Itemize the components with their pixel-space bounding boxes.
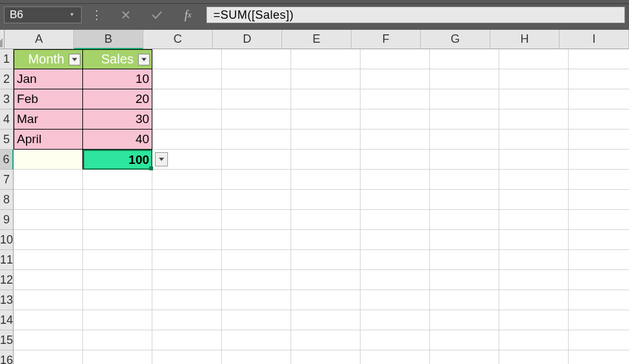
cell-H16[interactable] <box>499 350 569 364</box>
cell-D16[interactable] <box>222 350 291 364</box>
cell-G9[interactable] <box>430 210 499 230</box>
cell-E9[interactable] <box>291 210 361 230</box>
cell-F15[interactable] <box>361 330 430 350</box>
cell-H12[interactable] <box>499 270 569 290</box>
cell-C14[interactable] <box>152 310 222 330</box>
cell-G2[interactable] <box>430 69 499 89</box>
cell-C9[interactable] <box>152 210 222 230</box>
cell-I8[interactable] <box>569 190 629 210</box>
column-header-D[interactable]: D <box>213 30 282 49</box>
cell-D6[interactable] <box>222 150 291 170</box>
chevron-down-icon[interactable]: ▼ <box>69 12 76 18</box>
cell-A10[interactable] <box>14 230 83 250</box>
row-header-14[interactable]: 14 <box>0 310 14 330</box>
cell-G8[interactable] <box>430 190 499 210</box>
cell-A15[interactable] <box>14 330 83 350</box>
cell-G14[interactable] <box>430 310 499 330</box>
cell-F9[interactable] <box>361 210 430 230</box>
cell-H6[interactable] <box>499 150 569 170</box>
cell-F2[interactable] <box>361 69 430 89</box>
cell-C3[interactable] <box>152 89 222 109</box>
cell-E7[interactable] <box>291 170 361 190</box>
cell-C16[interactable] <box>152 350 222 364</box>
row-header-4[interactable]: 4 <box>0 109 14 130</box>
cell-F3[interactable] <box>361 89 430 109</box>
cell-B2[interactable]: 10 <box>83 69 152 89</box>
row-header-9[interactable]: 9 <box>0 210 14 230</box>
cell-C1[interactable] <box>152 49 222 69</box>
row-header-12[interactable]: 12 <box>0 270 14 290</box>
cell-A5[interactable]: April <box>14 130 83 150</box>
cell-G16[interactable] <box>430 350 499 364</box>
cell-H13[interactable] <box>499 290 569 310</box>
row-header-10[interactable]: 10 <box>0 230 14 250</box>
cell-F1[interactable] <box>361 49 430 69</box>
cell-F6[interactable] <box>361 150 430 170</box>
cell-A1[interactable]: Month <box>14 49 83 69</box>
row-header-1[interactable]: 1 <box>0 49 14 69</box>
cell-E3[interactable] <box>291 89 361 109</box>
cell-G7[interactable] <box>430 170 499 190</box>
cell-F8[interactable] <box>361 190 430 210</box>
column-header-I[interactable]: I <box>560 30 629 49</box>
column-header-A[interactable]: A <box>5 30 74 49</box>
cell-F13[interactable] <box>361 290 430 310</box>
cell-H9[interactable] <box>499 210 569 230</box>
cell-G3[interactable] <box>430 89 499 109</box>
cell-B12[interactable] <box>83 270 152 290</box>
cell-I1[interactable] <box>569 49 629 69</box>
cell-G5[interactable] <box>430 130 499 150</box>
cell-I15[interactable] <box>569 330 629 350</box>
cell-B8[interactable] <box>83 190 152 210</box>
cell-F7[interactable] <box>361 170 430 190</box>
cell-H4[interactable] <box>499 109 569 130</box>
cell-I3[interactable] <box>569 89 629 109</box>
cell-F4[interactable] <box>361 109 430 130</box>
cell-F14[interactable] <box>361 310 430 330</box>
cell-I6[interactable] <box>569 150 629 170</box>
cell-B7[interactable] <box>83 170 152 190</box>
cell-F12[interactable] <box>361 270 430 290</box>
cell-A2[interactable]: Jan <box>14 69 83 89</box>
cell-I12[interactable] <box>569 270 629 290</box>
cell-D10[interactable] <box>222 230 291 250</box>
vertical-dots-icon[interactable]: ⋮ <box>87 8 108 22</box>
cell-B15[interactable] <box>83 330 152 350</box>
cell-A3[interactable]: Feb <box>14 89 83 109</box>
cell-C4[interactable] <box>152 109 222 130</box>
cell-D13[interactable] <box>222 290 291 310</box>
column-header-E[interactable]: E <box>282 30 351 49</box>
cell-H11[interactable] <box>499 250 569 270</box>
cell-H7[interactable] <box>499 170 569 190</box>
cell-D8[interactable] <box>222 190 291 210</box>
cell-H14[interactable] <box>499 310 569 330</box>
cell-C13[interactable] <box>152 290 222 310</box>
cell-D15[interactable] <box>222 330 291 350</box>
cell-A4[interactable]: Mar <box>14 109 83 130</box>
cell-C8[interactable] <box>152 190 222 210</box>
cell-B5[interactable]: 40 <box>83 130 152 150</box>
cell-A16[interactable] <box>14 350 83 364</box>
cell-G11[interactable] <box>430 250 499 270</box>
cell-E5[interactable] <box>291 130 361 150</box>
formula-input[interactable]: =SUM([Sales]) <box>206 6 625 23</box>
row-header-5[interactable]: 5 <box>0 130 14 150</box>
cell-G13[interactable] <box>430 290 499 310</box>
cell-B6[interactable]: 100 <box>83 150 152 170</box>
row-header-15[interactable]: 15 <box>0 330 14 350</box>
cell-E11[interactable] <box>291 250 361 270</box>
row-header-8[interactable]: 8 <box>0 190 14 210</box>
cell-C15[interactable] <box>152 330 222 350</box>
cell-I2[interactable] <box>569 69 629 89</box>
cell-A7[interactable] <box>14 170 83 190</box>
cell-G4[interactable] <box>430 109 499 130</box>
cell-G6[interactable] <box>430 150 499 170</box>
cell-E1[interactable] <box>291 49 361 69</box>
cell-I5[interactable] <box>569 130 629 150</box>
cell-H2[interactable] <box>499 69 569 89</box>
cell-A8[interactable] <box>14 190 83 210</box>
cancel-formula-button[interactable] <box>113 6 139 23</box>
cell-A9[interactable] <box>14 210 83 230</box>
cell-I9[interactable] <box>569 210 629 230</box>
cell-B14[interactable] <box>83 310 152 330</box>
